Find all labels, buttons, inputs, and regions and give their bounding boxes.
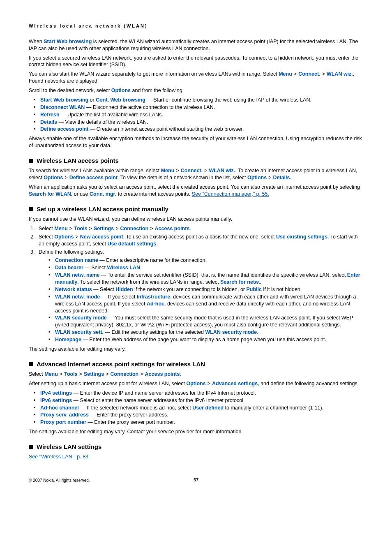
separator: > — [63, 175, 69, 180]
heading-text: Advanced Internet access point settings … — [37, 360, 205, 368]
text: . — [140, 265, 141, 271]
paragraph: To search for wireless LANs available wi… — [29, 167, 363, 181]
paragraph: You can also start the WLAN wizard separ… — [29, 71, 363, 85]
separator: > — [58, 371, 64, 377]
ui-term: Ad-hoc — [147, 301, 164, 307]
page: Wireless local area network (WLAN) When … — [0, 0, 392, 492]
ui-term: Public — [247, 287, 262, 292]
ui-term: Use default settings — [107, 241, 156, 247]
ui-term: WLAN netw. mode — [55, 294, 100, 300]
ui-term: Tools — [64, 371, 77, 377]
list-item: WLAN security sett. — Edit the security … — [51, 329, 363, 336]
ui-term: Start Web browsing — [44, 39, 92, 44]
list-item: Define the following settings. Connectio… — [36, 249, 363, 343]
list-item: Connection name — Enter a descriptive na… — [51, 257, 363, 264]
ui-term: WLAN wiz. — [209, 168, 235, 173]
text: — To enter the service set identifier (S… — [100, 272, 347, 278]
list-item: Proxy serv. address — Enter the proxy se… — [36, 412, 363, 419]
running-header: Wireless local area network (WLAN) — [29, 23, 363, 29]
text: — Enter the proxy server address. — [89, 412, 168, 418]
list-item: Data bearer — Select Wireless LAN. — [51, 264, 363, 271]
advanced-list: IPv4 settings — Enter the device IP and … — [29, 390, 363, 426]
ui-term: Use existing settings — [276, 234, 327, 240]
paragraph: The settings available for editing may v… — [29, 428, 363, 435]
list-item: Homepage — Enter the Web address of the … — [51, 336, 363, 343]
list-item: Disconnect WLAN — Disconnect the active … — [36, 104, 363, 111]
bullet-box-icon — [29, 207, 33, 211]
list-item: Start Web browsing or Cont. Web browsing… — [36, 97, 363, 104]
list-item: Details — View the details of the wirele… — [36, 119, 363, 126]
ui-term: Wireless LAN — [107, 265, 140, 271]
text: and from the following: — [131, 88, 184, 93]
list-item: WLAN netw. mode — If you select Infrastr… — [51, 294, 363, 314]
text: if it is not hidden. — [262, 287, 302, 292]
separator: > — [321, 71, 327, 77]
paragraph: The settings available for editing may v… — [29, 346, 363, 353]
ui-term: Start Web browsing — [40, 97, 88, 103]
cross-reference-link[interactable]: See "Connection manager," p. 55. — [192, 191, 269, 197]
heading-text: Set up a wireless LAN access point manua… — [37, 205, 168, 213]
ui-term: Access points — [145, 371, 180, 377]
paragraph: If you cannot use the WLAN wizard, you c… — [29, 216, 363, 223]
ui-term: Define access point — [69, 175, 118, 180]
paragraph: After setting up a basic Internet access… — [29, 380, 363, 387]
list-item: Proxy port number — Enter the proxy serv… — [36, 419, 363, 426]
ui-term: Menu — [161, 168, 175, 173]
ui-term: Tools — [74, 226, 87, 231]
ui-term: Hidden — [115, 287, 133, 292]
heading-text: Wireless LAN settings — [37, 443, 101, 451]
ui-term: Search for WLAN — [29, 191, 71, 197]
ui-term: IPv6 settings — [40, 398, 72, 403]
ui-term: Advanced settings — [212, 381, 258, 386]
footer: © 2007 Nokia. All rights reserved. 57 — [29, 477, 363, 483]
ui-term: WLAN security mode — [55, 315, 107, 321]
text: Select — [39, 234, 54, 240]
paragraph: Always enable one of the available encry… — [29, 135, 363, 149]
ui-term: Menu — [44, 371, 58, 377]
text: — Select — [83, 265, 107, 271]
list-item: Select Menu>Tools>Settings>Connection>Ac… — [36, 225, 363, 232]
ui-term: Options — [44, 175, 63, 180]
cross-reference-link[interactable]: See "Wireless LAN," p. 83. — [29, 454, 90, 460]
ui-term: Search for netw. — [220, 279, 260, 285]
ui-term: WLAN security sett. — [55, 329, 104, 335]
ui-term: Details — [40, 119, 57, 125]
text: . — [189, 226, 191, 231]
ui-term: User defined — [192, 405, 224, 411]
text: to manually enter a channel number (1-11… — [224, 405, 323, 411]
text: , and define the following advanced sett… — [258, 381, 359, 386]
text: — Edit the security settings for the sel… — [104, 329, 205, 335]
ui-term: Cont. Web browsing — [96, 97, 145, 103]
ui-term: Network status — [55, 287, 92, 292]
list-item: Select Options>New access point. To use … — [36, 234, 363, 247]
bullet-box-icon — [29, 159, 33, 163]
copyright: © 2007 Nokia. All rights reserved. — [29, 478, 90, 483]
ui-term: Menu — [54, 226, 68, 231]
text: — Enter the proxy server port number. — [86, 419, 175, 425]
ui-term: Disconnect WLAN — [40, 104, 85, 110]
separator: > — [114, 226, 120, 231]
text: to create internet access points. — [116, 191, 191, 197]
bullet-box-icon — [29, 445, 33, 449]
text: . — [257, 329, 258, 335]
ui-term: Proxy serv. address — [40, 412, 89, 418]
separator: > — [68, 226, 74, 231]
separator: > — [78, 371, 84, 377]
ui-term: Connection — [120, 226, 149, 231]
text: — Select or enter the name server addres… — [72, 398, 244, 403]
list-item: Ad-hoc channel — If the selected network… — [36, 405, 363, 412]
separator: > — [174, 168, 180, 173]
ui-term: Connect. — [298, 71, 320, 77]
ui-term: Data bearer — [55, 265, 83, 271]
ui-term: Homepage — [55, 337, 81, 342]
section-heading: Wireless LAN access points — [29, 157, 363, 165]
text: To search for wireless LANs available wi… — [29, 168, 161, 173]
ui-term: New access point — [80, 234, 123, 240]
paragraph: When an application asks you to select a… — [29, 184, 363, 198]
ui-term: Connection — [111, 371, 139, 377]
page-number: 57 — [194, 477, 198, 483]
separator: > — [203, 168, 209, 173]
ui-term: Details — [273, 175, 290, 180]
ui-term: WLAN netw. name — [55, 272, 100, 278]
ui-term: Define access point — [40, 126, 88, 132]
